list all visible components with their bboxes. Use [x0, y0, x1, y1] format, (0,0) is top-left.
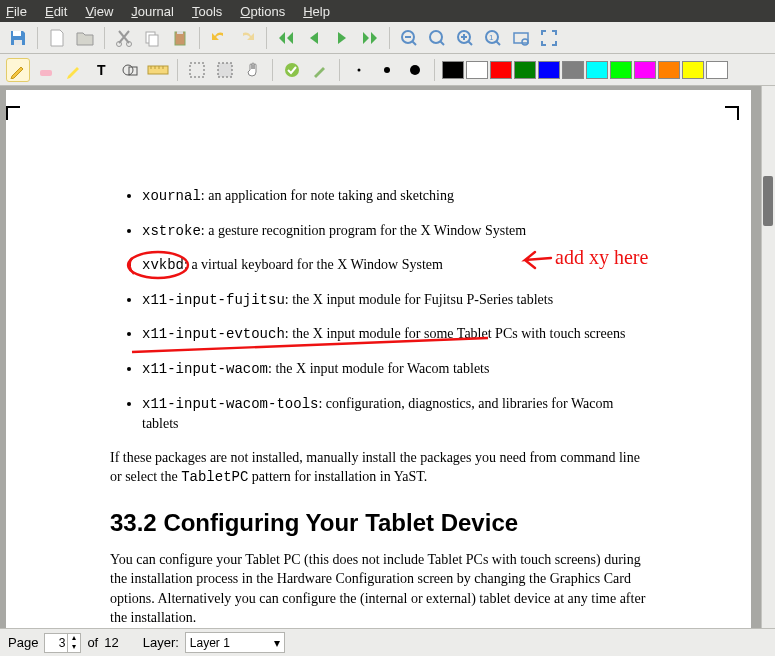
zoom-fit-button[interactable] — [425, 26, 449, 50]
ruler-tool[interactable] — [146, 58, 170, 82]
new-button[interactable] — [45, 26, 69, 50]
pen-options-button[interactable] — [308, 58, 332, 82]
svg-point-14 — [522, 39, 528, 45]
copy-button[interactable] — [140, 26, 164, 50]
color-swatch[interactable] — [490, 61, 512, 79]
color-swatch[interactable] — [706, 61, 728, 79]
color-swatch[interactable] — [514, 61, 536, 79]
menu-journal[interactable]: Journal — [131, 4, 174, 19]
page-label: Page — [8, 635, 38, 650]
last-page-button[interactable] — [358, 26, 382, 50]
main-toolbar: 1 — [0, 22, 775, 54]
list-item: x11-input-wacom: the X input module for … — [142, 359, 650, 380]
color-swatch[interactable] — [466, 61, 488, 79]
undo-button[interactable] — [207, 26, 231, 50]
zoom-100-button[interactable]: 1 — [481, 26, 505, 50]
menu-file[interactable]: File — [6, 4, 27, 19]
layer-label: Layer: — [143, 635, 179, 650]
thin-stroke-button[interactable] — [347, 58, 371, 82]
color-swatch[interactable] — [634, 61, 656, 79]
select-rect-tool[interactable] — [185, 58, 209, 82]
color-swatch[interactable] — [586, 61, 608, 79]
list-item: xournal: an application for note taking … — [142, 186, 650, 207]
zoom-in-button[interactable] — [453, 26, 477, 50]
first-page-button[interactable] — [274, 26, 298, 50]
list-item: x11-input-fujitsu: the X input module fo… — [142, 290, 650, 311]
select-region-tool[interactable] — [213, 58, 237, 82]
thick-stroke-button[interactable] — [403, 58, 427, 82]
shape-tool[interactable] — [118, 58, 142, 82]
status-bar: Page ▴▾ of 12 Layer: Layer 1▾ — [0, 628, 775, 656]
cut-button[interactable] — [112, 26, 136, 50]
menu-bar: File Edit View Journal Tools Options Hel… — [0, 0, 775, 22]
color-swatch[interactable] — [682, 61, 704, 79]
svg-point-24 — [384, 67, 390, 73]
save-button[interactable] — [6, 26, 30, 50]
svg-rect-21 — [218, 63, 232, 77]
color-swatch[interactable] — [610, 61, 632, 79]
page-content: xournal: an application for note taking … — [110, 90, 650, 628]
menu-options[interactable]: Options — [240, 4, 285, 19]
list-item: x11-input-evtouch: the X input module fo… — [142, 324, 650, 345]
svg-point-23 — [358, 68, 361, 71]
text-tool[interactable]: T — [90, 58, 114, 82]
svg-rect-13 — [514, 33, 528, 43]
fullscreen-button[interactable] — [537, 26, 561, 50]
page-canvas[interactable]: xournal: an application for note taking … — [6, 90, 751, 628]
medium-stroke-button[interactable] — [375, 58, 399, 82]
menu-tools[interactable]: Tools — [192, 4, 222, 19]
paragraph: You can configure your Tablet PC (this d… — [110, 550, 650, 628]
tool-palette: T — [0, 54, 775, 86]
svg-point-22 — [285, 63, 299, 77]
svg-rect-5 — [149, 35, 158, 46]
highlighter-tool[interactable] — [62, 58, 86, 82]
svg-text:T: T — [97, 62, 106, 78]
next-page-button[interactable] — [330, 26, 354, 50]
prev-page-button[interactable] — [302, 26, 326, 50]
svg-text:1: 1 — [489, 33, 494, 42]
paragraph: If these packages are not installed, man… — [110, 448, 650, 488]
page-total: 12 — [104, 635, 118, 650]
color-swatch[interactable] — [658, 61, 680, 79]
page-down-button[interactable]: ▾ — [68, 643, 80, 652]
list-item: xstroke: a gesture recognition program f… — [142, 221, 650, 242]
menu-help[interactable]: Help — [303, 4, 330, 19]
svg-rect-15 — [40, 70, 52, 76]
of-label: of — [87, 635, 98, 650]
svg-rect-0 — [13, 31, 21, 36]
menu-edit[interactable]: Edit — [45, 4, 67, 19]
color-swatch[interactable] — [562, 61, 584, 79]
vertical-scrollbar[interactable] — [761, 86, 775, 628]
list-item: x11-input-wacom-tools: configuration, di… — [142, 394, 650, 434]
section-heading: 33.2 Configuring Your Tablet Device — [110, 506, 650, 540]
layer-combo[interactable]: Layer 1▾ — [185, 632, 285, 653]
color-swatch[interactable] — [442, 61, 464, 79]
menu-view[interactable]: View — [85, 4, 113, 19]
eraser-tool[interactable] — [34, 58, 58, 82]
svg-rect-7 — [177, 31, 183, 34]
page-number-input[interactable] — [45, 636, 67, 650]
document-area: xournal: an application for note taking … — [0, 86, 775, 628]
list-item: xvkbd: a virtual keyboard for the X Wind… — [142, 255, 650, 276]
zoom-width-button[interactable] — [509, 26, 533, 50]
zoom-out-button[interactable] — [397, 26, 421, 50]
color-swatch[interactable] — [538, 61, 560, 79]
redo-button[interactable] — [235, 26, 259, 50]
paste-button[interactable] — [168, 26, 192, 50]
svg-rect-20 — [190, 63, 204, 77]
open-button[interactable] — [73, 26, 97, 50]
scrollbar-thumb[interactable] — [763, 176, 773, 226]
shape-recognize-button[interactable] — [280, 58, 304, 82]
svg-point-25 — [410, 65, 420, 75]
hand-tool[interactable] — [241, 58, 265, 82]
svg-rect-1 — [14, 40, 22, 45]
page-spinner[interactable]: ▴▾ — [44, 633, 81, 653]
pen-tool[interactable] — [6, 58, 30, 82]
